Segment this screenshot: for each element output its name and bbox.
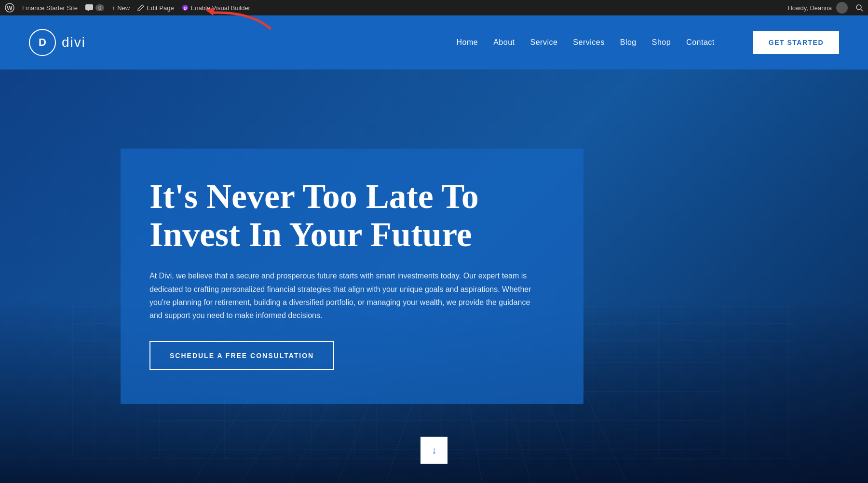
svg-text:D: D	[183, 6, 187, 11]
svg-text:W: W	[7, 5, 13, 12]
edit-page-button[interactable]: Edit Page	[137, 4, 174, 12]
nav-home[interactable]: Home	[456, 38, 478, 47]
arrow-down-icon: ↓	[432, 445, 436, 456]
svg-point-4	[856, 5, 861, 10]
get-started-button[interactable]: GET STARTED	[753, 31, 839, 54]
svg-line-5	[861, 9, 863, 11]
nav-blog[interactable]: Blog	[620, 38, 637, 47]
nav-contact[interactable]: Contact	[686, 38, 715, 47]
enable-visual-builder-button[interactable]: D Enable Visual Builder	[182, 4, 250, 12]
comment-count: 0	[95, 4, 104, 11]
nav-about[interactable]: About	[493, 38, 515, 47]
schedule-consultation-button[interactable]: SCHEDULE A FREE CONSULTATION	[149, 341, 334, 370]
hero-card: It's Never Too Late To Invest In Your Fu…	[121, 149, 583, 404]
site-header: D divi Home About Service Services Blog …	[0, 15, 868, 69]
nav-services[interactable]: Services	[573, 38, 604, 47]
scroll-down-button[interactable]: ↓	[420, 437, 448, 464]
new-button[interactable]: + New	[112, 4, 130, 12]
howdy-user: Howdy, Deanna	[787, 2, 848, 14]
site-name-link[interactable]: Finance Starter Site	[22, 4, 78, 12]
hero-title: It's Never Too Late To Invest In Your Fu…	[149, 178, 545, 254]
hero-description: At Divi, we believe that a secure and pr…	[149, 269, 545, 322]
admin-bar: W Finance Starter Site 0 + New Edit Page…	[0, 0, 868, 15]
hero-content: It's Never Too Late To Invest In Your Fu…	[121, 149, 583, 404]
site-nav: Home About Service Services Blog Shop Co…	[456, 38, 714, 47]
logo-circle: D	[29, 29, 56, 56]
site-logo[interactable]: D divi	[29, 29, 86, 56]
hero-section: It's Never Too Late To Invest In Your Fu…	[0, 69, 868, 483]
nav-service[interactable]: Service	[530, 38, 557, 47]
logo-text: divi	[62, 35, 86, 50]
nav-shop[interactable]: Shop	[652, 38, 671, 47]
search-icon[interactable]	[855, 4, 863, 12]
comments-link[interactable]: 0	[85, 4, 104, 11]
wp-logo[interactable]: W	[5, 3, 14, 13]
